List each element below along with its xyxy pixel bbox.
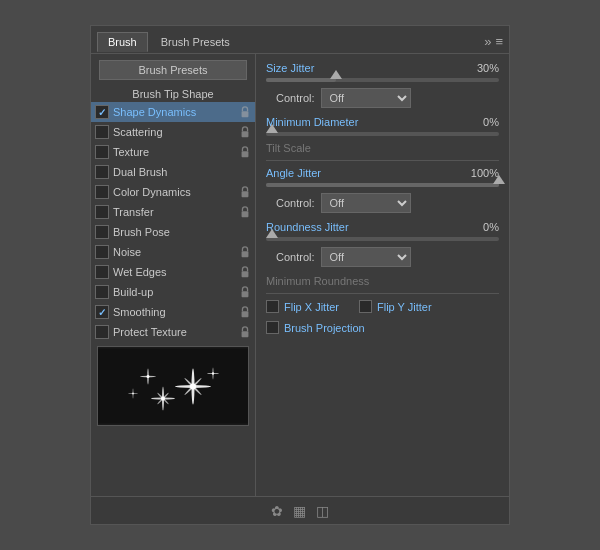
tilt-scale-row: Tilt Scale — [266, 142, 499, 154]
checkbox-smoothing[interactable]: ✓ — [95, 305, 109, 319]
checkbox-dual-brush[interactable] — [95, 165, 109, 179]
sidebar-item-brush-pose[interactable]: Brush Pose — [91, 222, 255, 242]
size-jitter-row: Size Jitter 30% — [266, 62, 499, 74]
sidebar-item-transfer[interactable]: Transfer — [91, 202, 255, 222]
bottom-bar: ✿ ▦ ◫ — [91, 496, 509, 524]
angle-jitter-slider[interactable] — [266, 183, 499, 187]
sidebar-item-dual-brush[interactable]: Dual Brush — [91, 162, 255, 182]
control3-label: Control: — [276, 251, 315, 263]
brush-projection-row: Brush Projection — [266, 321, 499, 334]
sidebar-label-scattering: Scattering — [113, 126, 237, 138]
expand-icon[interactable]: » — [484, 34, 491, 49]
min-diameter-slider[interactable] — [266, 132, 499, 136]
sidebar-item-noise[interactable]: Noise — [91, 242, 255, 262]
svg-rect-0 — [242, 111, 249, 117]
control2-label: Control: — [276, 197, 315, 209]
lock-icon-shape-dynamics — [239, 106, 251, 118]
angle-jitter-row: Angle Jitter 100% — [266, 167, 499, 179]
brush-panel: Brush Brush Presets » ≡ Brush Presets Br… — [90, 25, 510, 525]
checkbox-transfer[interactable] — [95, 205, 109, 219]
sidebar-item-color-dynamics[interactable]: Color Dynamics — [91, 182, 255, 202]
svg-rect-1 — [242, 131, 249, 137]
lock-icon-scattering — [239, 126, 251, 138]
checkbox-wet-edges[interactable] — [95, 265, 109, 279]
lock-icon-color-dynamics — [239, 186, 251, 198]
min-diameter-label: Minimum Diameter — [266, 116, 467, 128]
sidebar-label-wet-edges: Wet Edges — [113, 266, 237, 278]
sidebar-label-texture: Texture — [113, 146, 237, 158]
divider-2 — [266, 293, 499, 294]
sidebar-label-brush-pose: Brush Pose — [113, 226, 251, 238]
flip-x-label: Flip X Jitter — [284, 301, 339, 313]
sidebar-item-texture[interactable]: Texture — [91, 142, 255, 162]
flip-y-row: Flip Y Jitter — [359, 300, 432, 313]
svg-rect-3 — [242, 191, 249, 197]
tilt-scale-label: Tilt Scale — [266, 142, 467, 154]
sidebar-label-build-up: Build-up — [113, 286, 237, 298]
control2-row: Control: OffFadePen Pressure — [276, 193, 499, 213]
min-diameter-row: Minimum Diameter 0% — [266, 116, 499, 128]
sidebar-label-color-dynamics: Color Dynamics — [113, 186, 237, 198]
checkbox-protect-texture[interactable] — [95, 325, 109, 339]
sidebar-label-transfer: Transfer — [113, 206, 237, 218]
svg-point-15 — [190, 384, 196, 390]
sidebar-item-build-up[interactable]: Build-up — [91, 282, 255, 302]
brush-preview-svg — [98, 347, 248, 425]
sidebar-item-protect-texture[interactable]: Protect Texture — [91, 322, 255, 342]
checkbox-shape-dynamics[interactable]: ✓ — [95, 105, 109, 119]
checkbox-brush-pose[interactable] — [95, 225, 109, 239]
svg-rect-8 — [242, 311, 249, 317]
checkbox-scattering[interactable] — [95, 125, 109, 139]
checkbox-build-up[interactable] — [95, 285, 109, 299]
brush-tip-label[interactable]: Brush Tip Shape — [91, 84, 255, 102]
brush-preview — [97, 346, 249, 426]
sidebar-item-shape-dynamics[interactable]: ✓ Shape Dynamics — [91, 102, 255, 122]
control1-label: Control: — [276, 92, 315, 104]
bottom-icon-2[interactable]: ▦ — [293, 503, 306, 519]
checkbox-texture[interactable] — [95, 145, 109, 159]
svg-rect-6 — [242, 271, 249, 277]
svg-rect-9 — [242, 331, 249, 337]
svg-rect-4 — [242, 211, 249, 217]
divider-1 — [266, 160, 499, 161]
lock-icon-protect-texture — [239, 326, 251, 338]
checkbox-noise[interactable] — [95, 245, 109, 259]
brush-presets-button[interactable]: Brush Presets — [99, 60, 247, 80]
sidebar-label-protect-texture: Protect Texture — [113, 326, 237, 338]
main-content: Size Jitter 30% Control: OffFadePen Pres… — [256, 54, 509, 496]
control1-select[interactable]: OffFadePen Pressure — [321, 88, 411, 108]
flip-x-row: Flip X Jitter — [266, 300, 339, 313]
bottom-icon-3[interactable]: ◫ — [316, 503, 329, 519]
brush-projection-label: Brush Projection — [284, 322, 365, 334]
lock-icon-wet-edges — [239, 266, 251, 278]
flip-x-checkbox[interactable] — [266, 300, 279, 313]
tab-brush-presets[interactable]: Brush Presets — [150, 32, 241, 52]
sidebar-item-smoothing[interactable]: ✓ Smoothing — [91, 302, 255, 322]
roundness-jitter-slider[interactable] — [266, 237, 499, 241]
svg-rect-5 — [242, 251, 249, 257]
sidebar-item-wet-edges[interactable]: Wet Edges — [91, 262, 255, 282]
size-jitter-slider[interactable] — [266, 78, 499, 82]
control1-row: Control: OffFadePen Pressure — [276, 88, 499, 108]
svg-rect-10 — [98, 349, 248, 424]
min-roundness-row: Minimum Roundness — [266, 275, 499, 287]
flip-y-checkbox[interactable] — [359, 300, 372, 313]
control3-select[interactable]: OffFadePen Pressure — [321, 247, 411, 267]
svg-point-23 — [147, 375, 150, 378]
lock-icon-transfer — [239, 206, 251, 218]
tab-brush[interactable]: Brush — [97, 32, 148, 52]
roundness-jitter-value: 0% — [467, 221, 499, 233]
control3-row: Control: OffFadePen Pressure — [276, 247, 499, 267]
tab-bar: Brush Brush Presets » ≡ — [91, 26, 509, 54]
flip-y-label: Flip Y Jitter — [377, 301, 432, 313]
checkbox-color-dynamics[interactable] — [95, 185, 109, 199]
sidebar-label-shape-dynamics: Shape Dynamics — [113, 106, 237, 118]
control2-select[interactable]: OffFadePen Pressure — [321, 193, 411, 213]
lock-icon-noise — [239, 246, 251, 258]
brush-projection-checkbox[interactable] — [266, 321, 279, 334]
min-diameter-value: 0% — [467, 116, 499, 128]
sidebar-label-smoothing: Smoothing — [113, 306, 237, 318]
sidebar-item-scattering[interactable]: Scattering — [91, 122, 255, 142]
bottom-icon-1[interactable]: ✿ — [271, 503, 283, 519]
menu-icon[interactable]: ≡ — [495, 34, 503, 49]
